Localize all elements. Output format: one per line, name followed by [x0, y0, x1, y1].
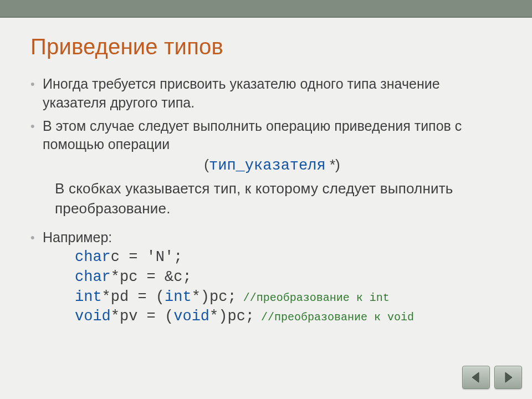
code-text: *pc = &c;	[111, 269, 192, 285]
paren-close: *)	[326, 156, 340, 173]
bullet-item: В этом случае следует выполнить операцию…	[30, 117, 502, 218]
slide-title: Приведение типов	[30, 34, 502, 59]
code-text: *)pc;	[209, 308, 254, 325]
kw-int: int	[75, 289, 102, 305]
code-line: void*pv = (void*)pc; //преобразование к …	[75, 307, 502, 327]
kw-char: char	[75, 269, 111, 285]
code-line: int*pd = (int*)pc; //преобразование к in…	[75, 288, 502, 308]
bullet-item: Иногда требуется присвоить указателю одн…	[30, 75, 502, 112]
nav-buttons	[462, 366, 522, 389]
code-line: charc = 'N';	[75, 248, 502, 268]
kw-void: void	[75, 308, 111, 325]
code-line: char*pc = &c;	[75, 268, 502, 288]
code-text: c = 'N';	[111, 249, 183, 265]
arrow-left-icon	[469, 371, 483, 384]
kw-char: char	[75, 249, 111, 265]
slide-content: Приведение типов Иногда требуется присво…	[0, 18, 532, 327]
prev-button[interactable]	[462, 366, 490, 389]
code-text: *)pc;	[192, 289, 237, 305]
top-bar	[0, 0, 532, 18]
code-text: *pd = (	[102, 289, 165, 305]
bullet-text: Иногда требуется присвоить указателю одн…	[43, 76, 440, 110]
cast-keyword: тип_указателя	[209, 157, 326, 174]
code-text: *pv = (	[111, 308, 173, 325]
code-block: charc = 'N'; char*pc = &c; int*pd = (int…	[75, 248, 502, 327]
kw-int: int	[165, 289, 192, 305]
code-comment: //преобразование к void	[254, 311, 414, 324]
cast-explain: В скобках указывается тип, к которому сл…	[55, 179, 502, 218]
cast-syntax: (тип_указателя *)	[43, 155, 502, 176]
bullet-text: В этом случае следует выполнить операцию…	[43, 118, 462, 152]
paren-open: (	[204, 156, 209, 173]
bullet-text: Например:	[43, 229, 112, 245]
arrow-right-icon	[502, 371, 515, 384]
body-text: Иногда требуется присвоить указателю одн…	[30, 75, 502, 327]
bullet-item: Например: charc = 'N'; char*pc = &c; int…	[30, 228, 502, 327]
next-button[interactable]	[494, 366, 522, 389]
code-comment: //преобразование к int	[237, 291, 390, 304]
kw-void: void	[173, 308, 209, 325]
slide: Приведение типов Иногда требуется присво…	[0, 0, 532, 399]
